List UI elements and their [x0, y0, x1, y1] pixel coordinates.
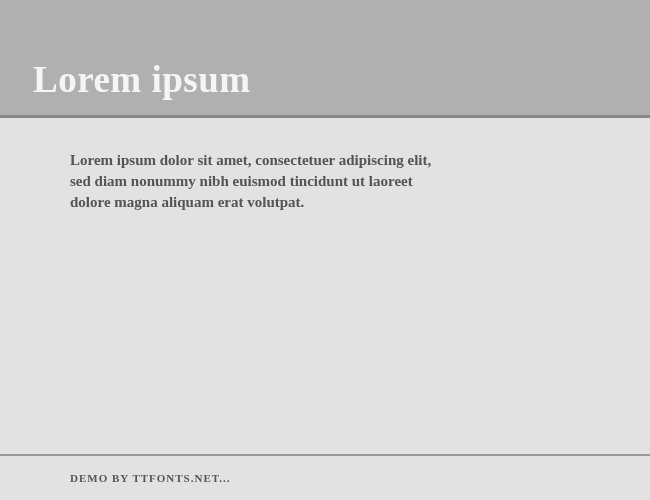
body-paragraph: Lorem ipsum dolor sit amet, consectetuer… [70, 150, 440, 213]
header-banner: Lorem ipsum [0, 0, 650, 118]
page-title: Lorem ipsum [33, 58, 251, 101]
footer-credit: DEMO BY TTFONTS.NET... [70, 472, 580, 484]
content-area: Lorem ipsum dolor sit amet, consectetuer… [0, 118, 650, 454]
footer-area: DEMO BY TTFONTS.NET... [0, 454, 650, 497]
